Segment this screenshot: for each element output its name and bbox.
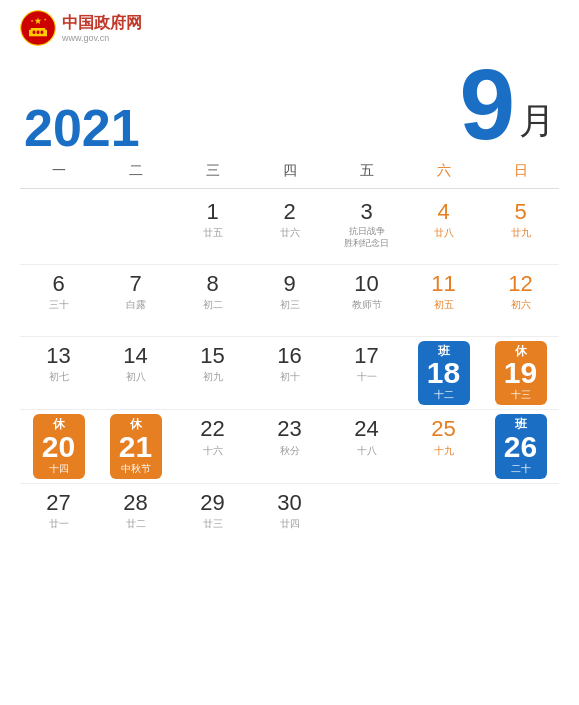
day-17: 17 十一 [328,337,405,409]
day-19-badge: 休 19 十三 [495,341,547,405]
month-number: 9 [459,54,515,154]
day-20: 休 20 十四 [20,410,97,482]
day-25: 25 十九 [405,410,482,482]
logo-text: 中国政府网 www.gov.cn [62,13,142,42]
logo-url: www.gov.cn [62,33,142,43]
calendar-row-2: 6 三十 7 白露 8 初二 9 初三 10 教师节 11 初五 [20,265,559,337]
day-9: 9 初三 [251,265,328,336]
day-24: 24 十八 [328,410,405,482]
logo-area: 中国政府网 www.gov.cn [20,10,142,46]
calendar-grid: 1 廿五 2 廿六 3 抗日战争胜利纪念日 4 廿八 5 廿九 6 [20,193,559,544]
weekday-tue: 二 [97,158,174,184]
weekday-sun: 日 [482,158,559,184]
day-1: 1 廿五 [174,193,251,264]
empty-30-5 [328,484,405,544]
weekday-mon: 一 [20,158,97,184]
day-3: 3 抗日战争胜利纪念日 [328,193,405,264]
empty-30-6 [405,484,482,544]
day-20-badge: 休 20 十四 [33,414,85,478]
day-14: 14 初八 [97,337,174,409]
day-18: 班 18 十二 [405,337,482,409]
calendar-row-1: 1 廿五 2 廿六 3 抗日战争胜利纪念日 4 廿八 5 廿九 [20,193,559,265]
calendar-row-3: 13 初七 14 初八 15 初九 16 初十 17 十一 班 [20,337,559,410]
weekday-wed: 三 [174,158,251,184]
day-23: 23 秋分 [251,410,328,482]
day-13: 13 初七 [20,337,97,409]
day-5: 5 廿九 [482,193,559,264]
month-display: 2021 9 月 [20,54,559,154]
empty-30-7 [482,484,559,544]
day-21: 休 21 中秋节 [97,410,174,482]
header: 中国政府网 www.gov.cn [20,10,559,46]
month-kanji: 月 [519,97,555,146]
day-2: 2 廿六 [251,193,328,264]
day-18-badge: 班 18 十二 [418,341,470,405]
svg-rect-3 [31,28,45,31]
page-wrapper: 中国政府网 www.gov.cn 2021 9 月 一 二 三 四 五 六 日 … [0,0,579,564]
day-27: 27 廿一 [20,484,97,544]
year-text: 2021 [24,102,140,154]
day-8: 8 初二 [174,265,251,336]
day-26-badge: 班 26 二十 [495,414,547,478]
day-10: 10 教师节 [328,265,405,336]
day-11: 11 初五 [405,265,482,336]
empty-1 [20,193,97,264]
day-30: 30 廿四 [251,484,328,544]
emblem-icon [20,10,56,46]
month-number-area: 9 月 [459,54,555,154]
weekday-header: 一 二 三 四 五 六 日 [20,158,559,189]
weekday-thu: 四 [251,158,328,184]
weekday-fri: 五 [328,158,405,184]
svg-rect-4 [33,31,36,35]
svg-rect-6 [41,31,44,35]
day-6: 6 三十 [20,265,97,336]
day-12: 12 初六 [482,265,559,336]
calendar-row-4: 休 20 十四 休 21 中秋节 22 十六 23 秋分 [20,410,559,483]
day-7: 7 白露 [97,265,174,336]
day-28: 28 廿二 [97,484,174,544]
day-29: 29 廿三 [174,484,251,544]
day-4: 4 廿八 [405,193,482,264]
day-21-badge: 休 21 中秋节 [110,414,162,478]
calendar-row-5: 27 廿一 28 廿二 29 廿三 30 廿四 [20,484,559,544]
day-22: 22 十六 [174,410,251,482]
day-19: 休 19 十三 [482,337,559,409]
day-26: 班 26 二十 [482,410,559,482]
svg-rect-5 [37,31,40,35]
day-15: 15 初九 [174,337,251,409]
logo-title: 中国政府网 [62,13,142,32]
weekday-sat: 六 [405,158,482,184]
empty-2 [97,193,174,264]
day-16: 16 初十 [251,337,328,409]
